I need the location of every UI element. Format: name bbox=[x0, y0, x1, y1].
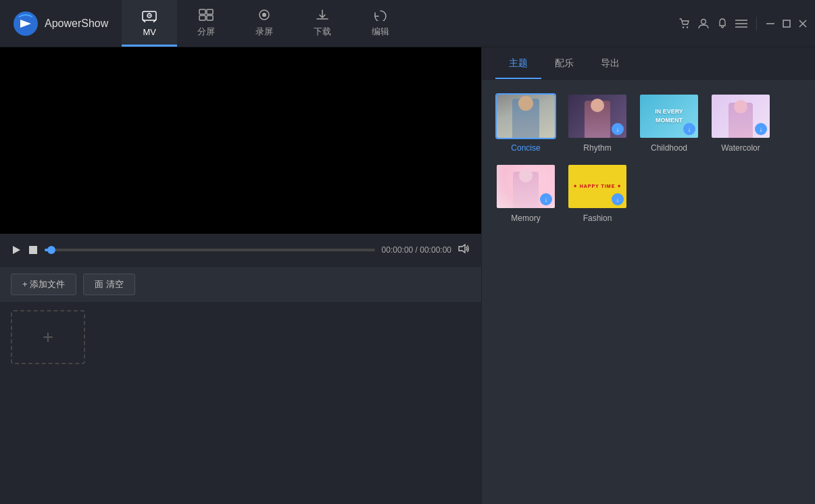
right-tabs: 主题 配乐 导出 bbox=[482, 47, 815, 80]
childhood-download-badge: ↓ bbox=[683, 123, 695, 135]
theme-label-rhythm: Rhythm bbox=[583, 143, 611, 153]
theme-label-fashion: Fashion bbox=[583, 213, 612, 223]
tab-download[interactable]: 下载 bbox=[293, 0, 351, 47]
app-name: ApowerShow bbox=[45, 18, 108, 30]
app-logo bbox=[14, 11, 38, 36]
svg-marker-21 bbox=[459, 245, 465, 253]
titlebar-controls bbox=[671, 0, 815, 47]
maximize-button[interactable] bbox=[781, 18, 792, 29]
tab-theme[interactable]: 主题 bbox=[495, 47, 541, 79]
split-icon bbox=[199, 9, 214, 23]
clear-button[interactable]: 面 清空 bbox=[83, 274, 135, 295]
tab-export-label: 导出 bbox=[601, 57, 620, 70]
logo-area: ApowerShow bbox=[0, 0, 122, 47]
svg-point-9 bbox=[683, 26, 684, 28]
fashion-download-badge: ↓ bbox=[612, 193, 624, 205]
theme-thumb-rhythm: ↓ bbox=[567, 93, 628, 139]
progress-bar[interactable] bbox=[45, 249, 375, 251]
tab-split-label: 分屏 bbox=[197, 26, 215, 38]
main-layout: 00:00:00 / 00:00:00 + 添加文件 面 清空 + 主题 配乐 bbox=[0, 47, 815, 504]
progress-thumb bbox=[47, 246, 55, 254]
stop-button[interactable] bbox=[28, 245, 38, 255]
bell-icon[interactable] bbox=[716, 17, 729, 30]
theme-label-childhood: Childhood bbox=[651, 143, 687, 153]
svg-rect-3 bbox=[199, 9, 205, 14]
mv-icon bbox=[142, 10, 157, 24]
theme-thumb-concise bbox=[495, 93, 556, 139]
theme-thumb-memory: ↓ bbox=[495, 163, 556, 209]
theme-memory[interactable]: ↓ Memory bbox=[495, 163, 556, 223]
watercolor-download-badge: ↓ bbox=[755, 123, 767, 135]
player-controls: 00:00:00 / 00:00:00 bbox=[0, 234, 481, 266]
add-clip-icon: + bbox=[43, 326, 53, 348]
tab-mv[interactable]: MV bbox=[122, 0, 177, 47]
theme-label-concise: Concise bbox=[511, 143, 540, 153]
svg-point-11 bbox=[701, 19, 706, 24]
theme-fashion[interactable]: ✦ HAPPY TIME ✦ ↓ Fashion bbox=[567, 163, 628, 223]
tab-music[interactable]: 配乐 bbox=[541, 47, 587, 79]
theme-watercolor[interactable]: ↓ Watercolor bbox=[710, 93, 771, 153]
shop-icon[interactable] bbox=[678, 17, 691, 30]
theme-grid: Concise ↓ Rhythm IN EVERYMOMENT bbox=[482, 80, 815, 236]
svg-rect-4 bbox=[207, 9, 213, 14]
rhythm-download-badge: ↓ bbox=[612, 123, 624, 135]
time-display: 00:00:00 / 00:00:00 bbox=[382, 245, 451, 255]
theme-rhythm[interactable]: ↓ Rhythm bbox=[567, 93, 628, 153]
theme-thumb-watercolor: ↓ bbox=[710, 93, 771, 139]
tab-edit-label: 编辑 bbox=[372, 26, 389, 38]
tab-split[interactable]: 分屏 bbox=[177, 0, 235, 47]
file-controls: + 添加文件 面 清空 bbox=[0, 266, 481, 302]
filmstrip: + bbox=[0, 302, 481, 505]
tab-edit[interactable]: 编辑 bbox=[351, 0, 410, 47]
tab-music-label: 配乐 bbox=[555, 57, 574, 70]
minimize-button[interactable] bbox=[765, 18, 776, 29]
svg-rect-16 bbox=[783, 20, 790, 27]
tab-mv-label: MV bbox=[143, 27, 157, 37]
download-icon bbox=[315, 9, 330, 23]
nav-tabs: MV 分屏 录屏 bbox=[122, 0, 671, 47]
memory-download-badge: ↓ bbox=[540, 193, 552, 205]
left-panel: 00:00:00 / 00:00:00 + 添加文件 面 清空 + bbox=[0, 47, 481, 504]
edit-icon bbox=[373, 9, 388, 23]
volume-button[interactable] bbox=[458, 243, 470, 257]
theme-childhood[interactable]: IN EVERYMOMENT ↓ Childhood bbox=[639, 93, 699, 153]
video-player bbox=[0, 47, 481, 234]
play-button[interactable] bbox=[11, 245, 22, 255]
theme-thumb-fashion: ✦ HAPPY TIME ✦ ↓ bbox=[567, 163, 628, 209]
tab-download-label: 下载 bbox=[314, 26, 331, 38]
tab-export[interactable]: 导出 bbox=[587, 47, 633, 79]
svg-marker-19 bbox=[13, 246, 20, 254]
svg-point-10 bbox=[687, 26, 688, 28]
tab-record-label: 录屏 bbox=[255, 26, 273, 38]
tab-record[interactable]: 录屏 bbox=[235, 0, 293, 47]
titlebar: ApowerShow MV bbox=[0, 0, 815, 47]
menu-icon[interactable] bbox=[735, 17, 748, 30]
svg-rect-6 bbox=[207, 16, 213, 20]
theme-label-memory: Memory bbox=[511, 213, 540, 223]
right-panel: 主题 配乐 导出 Concise bbox=[481, 47, 815, 504]
svg-rect-20 bbox=[29, 246, 37, 254]
user-icon[interactable] bbox=[697, 17, 710, 30]
add-clip-button[interactable]: + bbox=[11, 310, 85, 364]
svg-rect-5 bbox=[199, 16, 205, 20]
tab-theme-label: 主题 bbox=[509, 57, 528, 70]
theme-thumb-childhood: IN EVERYMOMENT ↓ bbox=[639, 93, 699, 139]
record-icon bbox=[257, 9, 272, 23]
theme-label-watercolor: Watercolor bbox=[721, 143, 760, 153]
svg-point-8 bbox=[262, 13, 266, 17]
theme-concise[interactable]: Concise bbox=[495, 93, 556, 153]
add-file-button[interactable]: + 添加文件 bbox=[11, 274, 76, 295]
close-button[interactable] bbox=[797, 18, 808, 29]
